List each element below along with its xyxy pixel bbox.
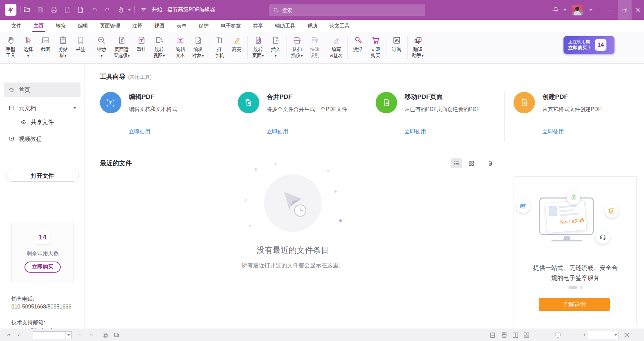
menu-esign[interactable]: 电子签章 [216,20,246,32]
sidebar-item-video-tutorials[interactable]: 视频教程 [4,131,80,146]
translate-assistant-button[interactable]: A 翻译 助手▾ [409,35,427,58]
typewriter-button[interactable]: 打 字机 [211,35,228,58]
menu-view[interactable]: 视图 [150,20,169,32]
collapse-ribbon-icon[interactable] [138,4,149,15]
edit-object-button[interactable]: 编辑 对象▾ [189,35,207,58]
rotate-view-button[interactable]: 旋转 视图▾ [150,35,168,58]
zoom-slider-thumb[interactable] [555,332,561,338]
search-box[interactable] [269,4,425,16]
zoom-button[interactable]: 缩放 ▾ [93,35,110,58]
sidebar-item-shared-files[interactable]: 共享文件 [4,115,80,129]
tool-card-edit-pdf[interactable]: 编辑PDF 编辑文档和文本格式 立即使用 [100,92,229,135]
use-now-link[interactable]: 立即使用 [542,128,564,135]
menu-page-management[interactable]: 页面管理 [95,20,125,32]
use-now-link[interactable]: 立即使用 [267,128,288,135]
menu-share[interactable]: 共享 [248,20,268,32]
sidebar: 首页 云文档 共享文件 视频教程 打开文件 14 剩余试用天数 立即购买 销售电… [0,64,85,329]
clear-recent-trash-button[interactable] [485,158,496,168]
menu-file[interactable]: 文件 [7,20,26,32]
quick-ocr-button[interactable]: OCR 快速 识别 [306,35,323,58]
snapshot-button[interactable]: 截图 [37,35,54,53]
highlight-button[interactable]: 高亮 [228,35,246,53]
search-input[interactable] [282,7,410,13]
zoom-level-combo[interactable] [588,331,619,339]
menu-home[interactable]: 主页 [29,20,48,32]
previous-page-button[interactable]: ‹ [15,329,23,341]
add-page-icon[interactable] [75,4,86,15]
fill-sign-button[interactable]: 填写 &签名 [327,35,345,58]
restore-button[interactable] [618,0,632,20]
sidebar-item-home[interactable]: 首页 [4,82,80,97]
fullscreen-button[interactable] [621,329,633,341]
learn-more-button[interactable]: 了解详情 [539,298,610,311]
menu-paper-tools[interactable]: 论文工具 [325,20,354,32]
select-tool-button[interactable]: 选择 ▾ [19,35,37,58]
bookmark-button[interactable]: 书签 [72,35,89,53]
edit-text-button[interactable]: 编辑 文本 [172,35,189,58]
redo-icon [102,4,113,15]
use-now-link[interactable]: 立即使用 [129,128,150,135]
clone-page-icon[interactable] [111,329,121,341]
hand-tool-button[interactable]: 手型 工具 [2,35,19,58]
page-fit-button[interactable]: 页面适 应选项▾ [110,35,133,58]
first-page-button[interactable]: « [4,329,13,341]
carousel-dot-active[interactable] [569,286,577,289]
account-caret[interactable] [589,9,592,11]
menu-edit[interactable]: 编辑 [73,20,93,32]
next-page-button[interactable]: › [76,329,84,341]
list-view-button[interactable] [451,158,462,168]
minimize-button[interactable] [604,0,617,20]
avatar[interactable] [572,5,583,15]
touch-mode-icon[interactable] [115,4,126,15]
recent-icons-divider [481,160,481,167]
scroll-up-icon[interactable] [637,64,643,70]
close-button[interactable] [632,0,644,20]
page-number-caret[interactable] [65,332,71,339]
tool-card-create-pdf[interactable]: 创建PDF 从其它格式文件创建PDF 立即使用 [514,92,605,135]
tool-card-merge-pdf[interactable]: 合并PDF 将多个文件合并生成一个PDF文件 立即使用 [238,92,367,135]
foxit-logo-icon [5,4,16,16]
reflow-button[interactable]: 重排 [133,35,150,53]
facing-view-button[interactable] [510,329,521,341]
menu-protect[interactable]: 保护 [194,20,213,32]
menu-comment[interactable]: 注释 [127,20,147,32]
menu-help[interactable]: 帮助 [303,20,322,32]
card-divider [367,92,367,142]
insert-pages-button[interactable]: 插入 ▾ [267,35,284,58]
buy-now-pill-button[interactable]: 立即购买 [24,262,61,273]
zoom-out-button[interactable]: − [527,329,533,341]
open-file-icon[interactable] [21,4,32,15]
use-now-link[interactable]: 立即使用 [405,128,426,135]
toolbar-divider [386,36,386,59]
sidebar-item-cloud-docs[interactable]: 云文档 [4,101,80,115]
trial-banner[interactable]: 正在试用期 立即购买！ 14 [564,36,614,54]
zoom-in-icon [97,35,107,45]
tools-section-subtitle: (常用工具) [128,74,152,80]
buy-now-button[interactable]: 立即 购买 [367,35,384,58]
tool-card-move-pages[interactable]: 移动PDF页面 从已有的PDF页面创建新的PDF 立即使用 [376,92,504,135]
clipboard-button[interactable]: 剪贴 板▾ [54,35,72,58]
page-number-box[interactable] [33,331,72,339]
activate-button[interactable]: 激活 [350,35,367,53]
carousel-dot[interactable] [580,286,583,289]
grid-view-button[interactable] [466,158,477,168]
subscribe-button[interactable]: 订阅 [388,35,406,53]
rotate-pages-button[interactable]: 旋转 页面▾ [249,35,267,58]
page-number-input[interactable] [33,333,65,338]
sparkle-dot [327,170,329,172]
last-page-button[interactable]: » [87,329,96,341]
notifications-caret[interactable] [564,9,566,11]
from-scanner-button[interactable]: 从扫 描仪▾ [288,35,306,58]
cloud-docs-caret[interactable] [73,107,76,109]
menu-convert[interactable]: 转换 [51,20,70,32]
document-badge-icon [567,191,580,204]
touch-mode-caret[interactable] [128,9,131,11]
menu-form[interactable]: 表单 [172,20,191,32]
notifications-bell-icon[interactable] [550,4,561,15]
single-page-view-button[interactable] [487,329,498,341]
snapshot-page-icon[interactable] [100,329,110,341]
menu-accessibility[interactable]: 辅助工具 [270,20,300,32]
merge-pdf-icon [238,92,259,113]
continuous-view-button[interactable] [499,329,509,341]
open-file-button[interactable]: 打开文件 [6,170,79,182]
